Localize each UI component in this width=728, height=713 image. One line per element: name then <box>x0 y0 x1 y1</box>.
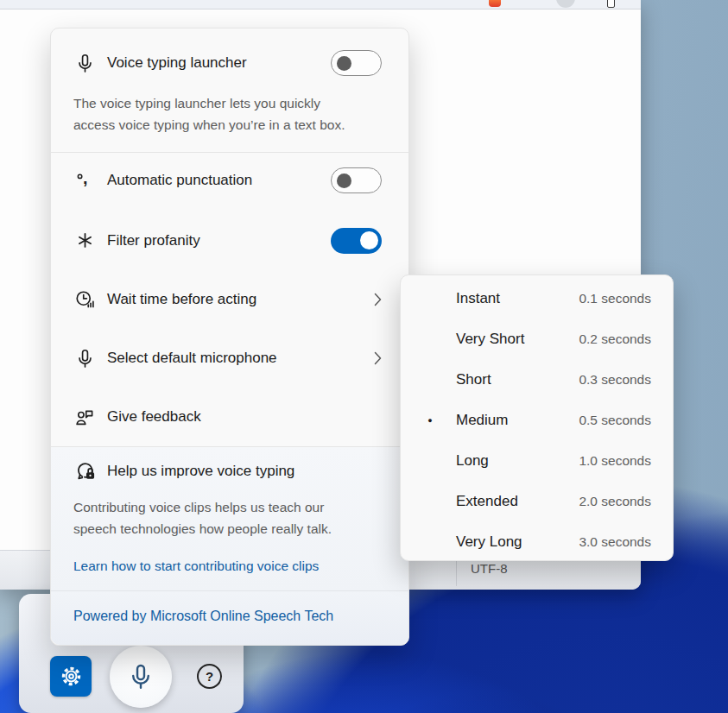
settings-gear-button[interactable] <box>50 656 92 697</box>
chevron-right-icon <box>374 293 382 306</box>
wait-time-label: Wait time before acting <box>107 291 256 308</box>
submenu-item-very-short[interactable]: Very Short 0.2 seconds <box>401 319 673 359</box>
submenu-item-instant[interactable]: Instant 0.1 seconds <box>401 278 673 319</box>
selected-bullet: ● <box>423 416 437 425</box>
section-divider <box>51 152 408 153</box>
submenu-item-label: Extended <box>456 493 518 510</box>
submenu-item-label: Long <box>456 452 489 470</box>
help-button[interactable]: ? <box>197 664 222 689</box>
voice-typing-mic-button[interactable] <box>110 646 172 708</box>
submenu-item-label: Very Short <box>456 331 524 348</box>
row-automatic-punctuation[interactable]: , Automatic punctuation <box>51 155 408 206</box>
launcher-toggle[interactable] <box>331 50 382 76</box>
launcher-description: The voice typing launcher lets you quick… <box>73 93 360 136</box>
submenu-item-value: 2.0 seconds <box>579 494 651 509</box>
clock-wait-icon <box>73 289 97 311</box>
row-select-microphone[interactable]: Select default microphone <box>51 332 408 384</box>
row-give-feedback[interactable]: Give feedback <box>51 391 408 443</box>
submenu-item-value: 0.3 seconds <box>579 372 651 388</box>
submenu-item-very-long[interactable]: Very Long 3.0 seconds <box>401 521 673 562</box>
question-icon: ? <box>206 669 213 684</box>
submenu-item-label: Medium <box>456 412 508 429</box>
speech-lock-icon <box>73 460 97 483</box>
toggle-knob <box>337 174 351 188</box>
svg-text:,: , <box>83 170 88 187</box>
submenu-item-value: 3.0 seconds <box>579 534 651 550</box>
avatar[interactable] <box>556 0 575 8</box>
voice-typing-settings-popup: Voice typing launcher The voice typing l… <box>50 28 409 646</box>
extension-icon[interactable] <box>489 0 501 7</box>
toggle-knob <box>360 231 378 249</box>
wait-time-submenu: Instant 0.1 seconds Very Short 0.2 secon… <box>400 274 674 561</box>
submenu-item-label: Short <box>456 371 491 388</box>
row-voice-typing-launcher[interactable]: Voice typing launcher <box>51 39 408 87</box>
microphone-icon <box>73 53 97 74</box>
submenu-item-label: Instant <box>456 290 500 307</box>
gear-icon <box>60 665 83 688</box>
toggle-knob <box>337 56 351 71</box>
row-help-improve[interactable]: Help us improve voice typing <box>51 449 408 494</box>
chevron-right-icon <box>374 351 382 365</box>
filter-profanity-label: Filter profanity <box>107 232 200 249</box>
encoding-label: UTF-8 <box>471 561 508 576</box>
asterisk-icon <box>73 230 97 252</box>
browser-toolbar <box>0 0 641 9</box>
automatic-punctuation-label: Automatic punctuation <box>107 172 252 189</box>
row-wait-time[interactable]: Wait time before acting <box>51 274 408 325</box>
submenu-item-value: 0.1 seconds <box>579 291 651 306</box>
toolbar-menu-icon[interactable] <box>607 0 615 8</box>
row-filter-profanity[interactable]: Filter profanity <box>51 215 408 267</box>
help-improve-label: Help us improve voice typing <box>107 463 294 480</box>
automatic-punctuation-toggle[interactable] <box>331 167 382 193</box>
powered-by-link[interactable]: Powered by Microsoft Online Speech Tech <box>73 609 333 624</box>
submenu-item-value: 1.0 seconds <box>579 453 651 469</box>
submenu-item-long[interactable]: Long 1.0 seconds <box>401 440 673 481</box>
learn-voice-clips-link[interactable]: Learn how to start contributing voice cl… <box>73 558 319 574</box>
select-microphone-label: Select default microphone <box>107 350 277 367</box>
submenu-item-value: 0.2 seconds <box>579 331 651 347</box>
submenu-item-medium[interactable]: ● Medium 0.5 seconds <box>401 400 673 440</box>
launcher-label: Voice typing launcher <box>107 54 247 72</box>
improve-description: Contributing voice clips helps us teach … <box>73 497 360 539</box>
submenu-item-label: Very Long <box>456 533 522 551</box>
microphone-icon <box>126 662 155 691</box>
filter-profanity-toggle[interactable] <box>331 228 382 254</box>
give-feedback-label: Give feedback <box>107 408 201 426</box>
feedback-person-icon <box>73 407 97 428</box>
submenu-item-extended[interactable]: Extended 2.0 seconds <box>401 481 673 521</box>
punctuation-icon: , <box>73 170 97 192</box>
submenu-item-short[interactable]: Short 0.3 seconds <box>401 359 673 400</box>
microphone-icon <box>73 348 97 369</box>
submenu-item-value: 0.5 seconds <box>579 413 651 428</box>
screen: UTF-8 ? <box>0 0 728 713</box>
